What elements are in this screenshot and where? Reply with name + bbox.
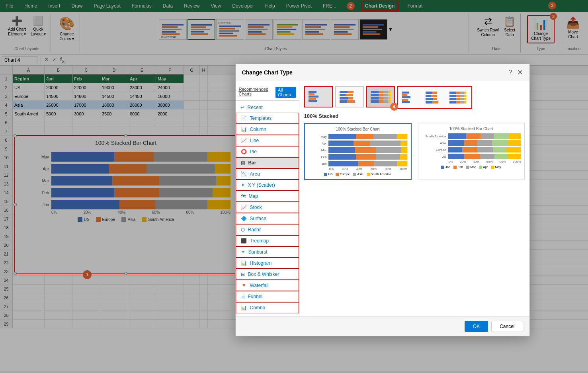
sidebar-item-column[interactable]: 📊 Column bbox=[236, 124, 299, 135]
dialog-cancel-button[interactable]: Cancel bbox=[491, 321, 523, 332]
sidebar-item-sunburst[interactable]: ☀ Sunburst bbox=[236, 246, 299, 258]
sidebar-item-area-label: Area bbox=[250, 171, 260, 177]
svg-rect-101 bbox=[464, 101, 466, 104]
sidebar-item-radar[interactable]: ⬡ Radar bbox=[236, 224, 299, 235]
svg-rect-77 bbox=[402, 101, 410, 103]
sidebar-item-treemap-label: Treemap bbox=[250, 238, 269, 244]
preview-1-legend: US Europe Asia South America bbox=[308, 172, 408, 176]
svg-rect-62 bbox=[379, 94, 383, 96]
dialog-tabs-row: Recommended Charts All Charts bbox=[236, 84, 299, 101]
svg-rect-47 bbox=[309, 98, 316, 100]
dialog-help-icon[interactable]: ? bbox=[509, 69, 512, 76]
svg-rect-65 bbox=[371, 97, 379, 100]
svg-rect-92 bbox=[460, 95, 464, 97]
preview-bar-apr-label: Apr bbox=[308, 142, 328, 145]
sidebar-item-histogram[interactable]: 📊 Histogram bbox=[236, 258, 299, 269]
box-whisker-chart-icon: ⊟ bbox=[241, 271, 245, 277]
preview-2-row-europe: Europe bbox=[422, 148, 447, 152]
chart-previews: 100% Stacked Bar Chart May bbox=[304, 123, 525, 180]
preview-2-row-sa: South America bbox=[422, 135, 447, 138]
chart-type-100pct-stacked-bar[interactable]: 4 bbox=[366, 86, 395, 107]
dialog-close-button[interactable]: ✕ bbox=[517, 68, 523, 77]
sidebar-item-pie[interactable]: ⭕ Pie bbox=[236, 146, 299, 157]
svg-rect-53 bbox=[340, 97, 348, 100]
svg-rect-57 bbox=[371, 91, 379, 93]
chart-type-3d-clustered-bar[interactable] bbox=[400, 88, 422, 107]
tab-all-charts[interactable]: All Charts bbox=[275, 87, 295, 98]
svg-rect-69 bbox=[371, 100, 379, 103]
svg-rect-59 bbox=[383, 91, 388, 93]
sidebar-item-line-label: Line bbox=[250, 138, 259, 143]
svg-rect-67 bbox=[383, 97, 388, 100]
svg-rect-54 bbox=[348, 97, 353, 100]
sidebar-item-bar[interactable]: ▤ Bar bbox=[236, 157, 299, 168]
tab-recommended[interactable]: Recommended Charts bbox=[239, 87, 274, 98]
sidebar-item-histogram-label: Histogram bbox=[250, 260, 272, 266]
chart-type-3d-group bbox=[397, 86, 472, 109]
dialog-title: Change Chart Type bbox=[242, 69, 293, 76]
svg-rect-76 bbox=[402, 99, 408, 101]
chart-type-3d-100pct-stacked-bar[interactable] bbox=[447, 88, 470, 107]
selected-chart-type-label: 100% Stacked bbox=[304, 113, 525, 119]
line-chart-icon: 📈 bbox=[241, 138, 247, 143]
svg-rect-88 bbox=[460, 92, 464, 94]
svg-rect-97 bbox=[464, 98, 466, 100]
svg-rect-91 bbox=[456, 95, 460, 97]
preview-2-row-us: US bbox=[422, 155, 447, 158]
sidebar-item-stock-label: Stock bbox=[250, 205, 262, 210]
svg-rect-90 bbox=[449, 95, 456, 97]
sidebar-item-treemap[interactable]: ⬛ Treemap bbox=[236, 235, 299, 246]
sidebar-item-funnel-label: Funnel bbox=[248, 294, 263, 299]
histogram-chart-icon: 📊 bbox=[241, 260, 247, 266]
column-chart-icon: 📊 bbox=[241, 127, 247, 132]
change-chart-type-dialog: Change Chart Type ? ✕ Recommended Charts… bbox=[235, 64, 530, 336]
sidebar-item-waterfall-label: Waterfall bbox=[250, 283, 269, 288]
sidebar-item-combo[interactable]: 📊 Combo bbox=[236, 302, 299, 313]
chart-type-clustered-bar[interactable] bbox=[304, 86, 333, 107]
sidebar-item-box-label: Box & Whisker bbox=[248, 271, 279, 277]
sidebar-item-recent[interactable]: ↩ Recent bbox=[236, 102, 299, 113]
sidebar-item-xy-scatter[interactable]: ✦ X Y (Scatter) bbox=[236, 180, 299, 191]
preview-1-x-axis: 0%20%40%60%80%100% bbox=[308, 166, 408, 171]
dialog-ok-button[interactable]: OK bbox=[465, 321, 488, 332]
sidebar-item-map[interactable]: 🗺 Map bbox=[236, 191, 299, 202]
sidebar-item-stock[interactable]: 📈 Stock bbox=[236, 202, 299, 213]
sidebar-item-templates[interactable]: 📄 Templates bbox=[236, 113, 299, 124]
sidebar-item-waterfall[interactable]: 🔻 Waterfall bbox=[236, 280, 299, 291]
sidebar-item-box-whisker[interactable]: ⊟ Box & Whisker bbox=[236, 269, 299, 280]
svg-rect-83 bbox=[433, 98, 437, 100]
preview-bar-feb-label: Feb bbox=[308, 155, 328, 159]
svg-rect-48 bbox=[309, 100, 317, 102]
sidebar-item-column-label: Column bbox=[250, 127, 266, 132]
sidebar-item-surface[interactable]: 🔷 Surface bbox=[236, 213, 299, 224]
chart-type-stacked-bar[interactable] bbox=[335, 86, 364, 107]
dialog-header: Change Chart Type ? ✕ bbox=[236, 64, 529, 81]
sidebar-item-area[interactable]: 📉 Area bbox=[236, 168, 299, 180]
svg-rect-81 bbox=[431, 95, 437, 97]
svg-rect-50 bbox=[348, 91, 354, 93]
chart-type-3d-stacked-bar[interactable] bbox=[424, 88, 446, 107]
svg-rect-95 bbox=[456, 98, 460, 100]
svg-rect-96 bbox=[460, 98, 464, 100]
pie-chart-icon: ⭕ bbox=[241, 149, 247, 154]
svg-rect-68 bbox=[388, 97, 391, 100]
svg-rect-82 bbox=[426, 98, 433, 100]
svg-rect-71 bbox=[383, 100, 388, 103]
stock-chart-icon: 📈 bbox=[241, 205, 247, 210]
preview-1-title: 100% Stacked Bar Chart bbox=[308, 127, 408, 131]
preview-2-legend: Jan Feb Mar Apr May bbox=[422, 165, 521, 169]
combo-chart-icon: 📊 bbox=[241, 305, 247, 311]
chart-preview-1[interactable]: 100% Stacked Bar Chart May bbox=[304, 123, 412, 180]
svg-rect-87 bbox=[456, 92, 460, 94]
scatter-chart-icon: ✦ bbox=[241, 182, 245, 188]
recent-icon: ↩ bbox=[240, 105, 244, 110]
sidebar-item-funnel[interactable]: ⊿ Funnel bbox=[236, 291, 299, 302]
sidebar-item-recent-label: Recent bbox=[248, 105, 263, 110]
dialog-footer: OK Cancel bbox=[236, 316, 529, 336]
preview-2-row-asia: Asia bbox=[422, 141, 447, 145]
svg-rect-93 bbox=[464, 95, 466, 97]
sidebar-item-line[interactable]: 📈 Line bbox=[236, 135, 299, 146]
svg-rect-60 bbox=[388, 91, 391, 93]
treemap-chart-icon: ⬛ bbox=[241, 238, 247, 244]
chart-preview-2[interactable]: 100% Stacked Bar Chart South America bbox=[418, 123, 525, 180]
